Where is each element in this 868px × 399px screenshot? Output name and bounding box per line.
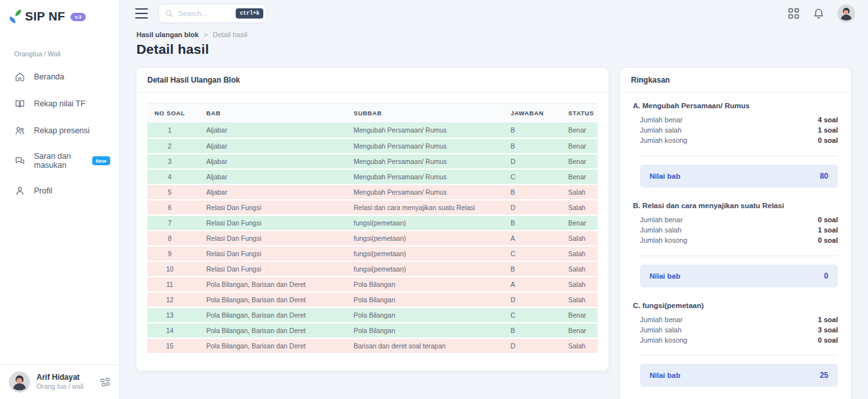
sidebar-item-label: Saran dan masukan [34,152,79,170]
table-row[interactable]: 7Relasi Dan Fungsifungsi(pemetaan)BBenar [147,215,598,231]
table-row[interactable]: 1AljabarMengubah Persamaan/ RumusBBenar [147,123,598,138]
summary-row-label: Jumlah salah [640,225,682,236]
sidebar-user-card[interactable]: Arif Hidayat Orang tua / wali [0,364,119,399]
summary-section-title: B. Relasi dan cara menyajikan suatu Rela… [633,202,838,209]
summary-row: Jumlah salah3 soal [640,325,838,336]
table-row[interactable]: 10Relasi Dan Fungsifungsi(pemetaan)BSala… [147,261,598,277]
breadcrumb-parent[interactable]: Hasil ulangan blok [136,31,199,38]
table-cell: B [496,184,554,200]
table-cell: D [496,200,554,215]
table-cell: Mengubah Persamaan/ Rumus [340,138,496,154]
table-cell: Salah [554,261,598,277]
table-cell: B [496,123,554,138]
table-row[interactable]: 8Relasi Dan Fungsifungsi(pemetaan)ASalah [147,231,598,246]
summary-row-label: Jumlah kosong [640,336,687,346]
table-cell: B [496,138,554,154]
table-cell: Salah [554,200,598,215]
sidebar-item-label: Rekap presensi [34,126,90,135]
summary-section-title: C. fungsi(pemetaan) [633,302,838,309]
nilai-bab-label: Nilai bab [650,272,680,280]
table-row[interactable]: 11Pola Bilangan, Barisan dan DeretPola B… [147,277,598,292]
table-cell: B [496,215,554,231]
column-header: JAWABAN [496,104,554,123]
results-card-title: Detail Hasil Ulangan Blok [136,68,609,93]
users-icon [14,125,26,136]
notifications-bell-icon[interactable] [812,7,825,20]
user-name: Arif Hidayat [37,373,94,383]
column-header: BAB [192,104,340,123]
table-row[interactable]: 2AljabarMengubah Persamaan/ RumusBBenar [147,138,598,154]
summary-section: B. Relasi dan cara menyajikan suatu Rela… [633,202,838,288]
summary-card-title: Ringkasan [620,68,851,93]
divider [640,256,838,256]
table-cell: C [496,246,554,261]
table-cell: Salah [554,292,598,307]
table-cell: D [496,154,554,169]
nilai-bab-value: 80 [820,172,828,181]
summary-body: A. Mengubah Persamaan/ RumusJumlah benar… [620,93,851,399]
table-row[interactable]: 3AljabarMengubah Persamaan/ RumusDBenar [147,154,598,169]
table-row[interactable]: 13Pola Bilangan, Barisan dan DeretPola B… [147,307,598,323]
column-header: SUBBAB [340,104,496,123]
summary-row: Jumlah salah1 soal [640,225,838,236]
table-cell: 13 [147,307,192,323]
main-area: ctrl+k [120,0,868,399]
table-cell: fungsi(pemetaan) [340,261,496,277]
column-header: STATUS [554,104,598,123]
breadcrumb-separator: > [204,31,208,38]
version-badge: v.3 [70,13,86,21]
search-shortcut-badge: ctrl+k [236,8,263,19]
table-cell: Aljabar [192,169,340,184]
table-cell: Salah [554,246,598,261]
table-row[interactable]: 15Pola Bilangan, Barisan dan DeretBarisa… [147,338,598,354]
app-name: SIP NF [25,10,65,24]
table-cell: Pola Bilangan [340,292,496,307]
summary-section: C. fungsi(pemetaan)Jumlah benar1 soalJum… [633,302,838,387]
sidebar-item-profil[interactable]: Profil [0,179,119,202]
home-icon [14,71,26,83]
table-cell: Mengubah Persamaan/ Rumus [340,154,496,169]
table-row[interactable]: 6Relasi Dan FungsiRelasi dan cara menyaj… [147,200,598,215]
sidebar-item-rekap-nilai-tf[interactable]: Rekap nilai TF [0,92,119,115]
search-input[interactable] [178,10,231,17]
chat-icon [14,155,26,167]
summary-row-label: Jumlah kosong [640,136,687,146]
table-row[interactable]: 4AljabarMengubah Persamaan/ RumusCBenar [147,169,598,184]
table-row[interactable]: 14Pola Bilangan, Barisan dan DeretPola B… [147,323,598,338]
apps-grid-icon[interactable] [787,7,800,20]
table-cell: fungsi(pemetaan) [340,231,496,246]
divider [640,355,838,355]
summary-row: Jumlah benar4 soal [640,115,838,126]
page-title: Detail hasil [136,42,851,57]
results-card: Detail Hasil Ulangan Blok NO SOALBABSUBB… [136,68,609,371]
table-row[interactable]: 12Pola Bilangan, Barisan dan DeretPola B… [147,292,598,307]
nilai-bab-value: 25 [820,371,828,380]
table-cell: 2 [147,138,192,154]
sidebar-item-rekap-presensi[interactable]: Rekap presensi [0,119,119,142]
table-cell: 1 [147,123,192,138]
table-cell: Pola Bilangan, Barisan dan Deret [192,292,340,307]
sidebar-item-saran-dan-masukan[interactable]: Saran dan masukanNew [0,146,119,175]
app-logo[interactable]: SIP NF v.3 [0,0,119,31]
table-row[interactable]: 5AljabarMengubah Persamaan/ RumusBSalah [147,184,598,200]
results-table-body: 1AljabarMengubah Persamaan/ RumusBBenar2… [147,123,598,354]
summary-row: Jumlah kosong0 soal [640,336,838,346]
results-table: NO SOALBABSUBBABJAWABANSTATUS 1AljabarMe… [147,103,598,354]
table-cell: D [496,292,554,307]
summary-row-value: 3 soal [818,325,838,336]
table-cell: Pola Bilangan [340,277,496,292]
results-table-header-row: NO SOALBABSUBBABJAWABANSTATUS [147,104,598,123]
user-avatar [9,371,30,393]
menu-toggle-icon[interactable] [135,8,148,19]
table-row[interactable]: 9Relasi Dan Fungsifungsi(pemetaan)CSalah [147,246,598,261]
summary-row: Jumlah salah1 soal [640,126,838,136]
table-cell: Relasi Dan Fungsi [192,215,340,231]
sidebar-item-beranda[interactable]: Beranda [0,65,119,88]
table-cell: Relasi Dan Fungsi [192,261,340,277]
search-box[interactable]: ctrl+k [158,4,267,23]
table-cell: Salah [554,184,598,200]
workspace-grid-icon[interactable] [100,377,110,387]
user-role: Orang tua / wali [37,382,94,391]
table-cell: Relasi Dan Fungsi [192,200,340,215]
profile-avatar[interactable] [837,4,855,22]
